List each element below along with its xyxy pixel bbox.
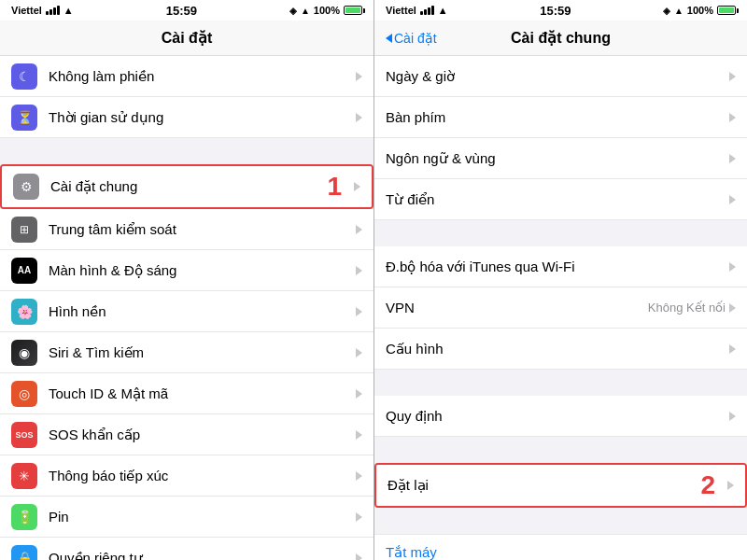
nav-bar-right: Cài đặt Cài đặt chung — [374, 21, 747, 56]
list-item-ban-phim[interactable]: Bàn phím — [374, 97, 747, 138]
list-item[interactable]: ✳ Thông báo tiếp xúc — [0, 455, 374, 497]
page-title-right: Cài đặt chung — [511, 29, 611, 47]
settings-group-2: Đ.bộ hóa với iTunes qua Wi-Fi VPN Không … — [374, 246, 747, 370]
item-label: Đ.bộ hóa với iTunes qua Wi-Fi — [386, 259, 729, 275]
list-item-cau-hinh[interactable]: Cấu hình — [374, 329, 747, 370]
chevron-right-icon — [729, 72, 736, 81]
hourglass-icon: ⏳ — [11, 105, 37, 131]
list-item-touch-id[interactable]: ◎ Touch ID & Mật mã — [0, 373, 374, 414]
list-item-tu-dien[interactable]: Từ điển — [374, 179, 747, 220]
list-item[interactable]: ◉ Siri & Tìm kiếm — [0, 332, 374, 373]
group-separator-2 — [374, 220, 747, 246]
battery-icon — [344, 6, 362, 15]
battery-pct-2: 100% — [687, 5, 713, 16]
highlighted-wrapper-2: Đặt lại 2 — [374, 463, 747, 508]
list-item[interactable]: AA Màn hình & Độ sáng — [0, 250, 374, 291]
item-label: Ngày & giờ — [386, 68, 729, 85]
settings-list-right[interactable]: Ngày & giờ Bàn phím Ngôn ngữ & vùng Từ đ… — [374, 56, 747, 560]
settings-group-1: Ngày & giờ Bàn phím Ngôn ngữ & vùng Từ đ… — [374, 56, 747, 220]
status-bar-right: Viettel ▲ 15:59 ◈ ▲ 100% — [374, 0, 747, 21]
list-item[interactable]: 🌸 Hình nền — [0, 291, 374, 332]
settings-group-3: Quy định — [374, 396, 747, 437]
signal-icon-2 — [420, 6, 434, 15]
battery-icon-2 — [717, 6, 736, 15]
chevron-right-icon — [354, 182, 360, 191]
item-label: Ngôn ngữ & vùng — [386, 150, 729, 167]
time-display: 15:59 — [166, 4, 197, 18]
group-separator-5 — [374, 508, 747, 534]
status-left: Viettel ▲ — [11, 5, 74, 16]
chevron-right-icon — [356, 348, 362, 357]
list-item-quy-dinh[interactable]: Quy định — [374, 396, 747, 437]
group-separator — [0, 138, 374, 164]
chevron-right-icon — [356, 512, 362, 522]
badge-number-1: 1 — [327, 172, 342, 202]
chevron-right-icon — [356, 430, 362, 440]
page-title-left: Cài đặt — [162, 29, 212, 47]
chevron-right-icon — [356, 72, 362, 81]
touchid-icon: ◎ — [11, 381, 37, 407]
item-label: Hình nền — [49, 303, 356, 320]
battery-pct: 100% — [314, 5, 340, 16]
chevron-right-icon — [729, 113, 736, 122]
item-label: Thông báo tiếp xúc — [49, 468, 356, 484]
gear-icon: ⚙ — [13, 174, 39, 200]
chevron-right-icon — [729, 262, 736, 272]
status-bar-left: Viettel ▲ 15:59 ◈ ▲ 100% — [0, 0, 374, 21]
list-item-ngon-ngu[interactable]: Ngôn ngữ & vùng — [374, 138, 747, 179]
chevron-right-icon — [729, 344, 736, 354]
chevron-right-icon — [729, 303, 736, 313]
item-label: Bàn phím — [386, 109, 729, 125]
item-label: Cấu hình — [386, 341, 729, 357]
item-value-vpn: Không Kết nối — [648, 301, 726, 315]
list-item-vpn[interactable]: VPN Không Kết nối — [374, 287, 747, 329]
signal-icon — [46, 6, 60, 15]
item-label: Siri & Tìm kiếm — [49, 344, 356, 361]
group-separator-4 — [374, 437, 747, 463]
chevron-right-icon — [729, 412, 736, 421]
battery-fill-2 — [719, 7, 734, 13]
item-label: SOS khẩn cấp — [49, 427, 356, 443]
item-label: Quy định — [386, 408, 729, 425]
list-item[interactable]: SOS SOS khẩn cấp — [0, 414, 374, 455]
battery-fill — [345, 7, 360, 13]
chevron-right-icon — [356, 307, 362, 316]
back-button[interactable]: Cài đặt — [386, 31, 437, 46]
status-left-2: Viettel ▲ — [386, 5, 448, 16]
list-item[interactable]: 🔒 Quyền riêng tư — [0, 538, 374, 560]
list-item[interactable]: ☾ Không làm phiền — [0, 56, 374, 97]
list-item-dat-lai[interactable]: Đặt lại — [376, 465, 745, 506]
wifi-icon: ▲ — [63, 5, 74, 16]
sos-icon: SOS — [11, 422, 37, 448]
list-item[interactable]: ⏳ Thời gian sử dụng — [0, 97, 374, 138]
chevron-right-icon — [356, 471, 362, 481]
item-label: Không làm phiền — [49, 68, 356, 85]
siri-icon: ◉ — [11, 340, 37, 366]
list-item-ngay-gio[interactable]: Ngày & giờ — [374, 56, 747, 97]
display-icon: AA — [11, 258, 37, 284]
list-item-cai-dat-chung[interactable]: ⚙ Cài đặt chung — [2, 166, 372, 207]
back-label: Cài đặt — [394, 31, 437, 46]
chevron-right-icon — [356, 389, 362, 399]
settings-list-left[interactable]: ☾ Không làm phiền ⏳ Thời gian sử dụng ⚙ … — [0, 56, 374, 560]
location-icon-2: ◈ — [663, 6, 670, 16]
privacy-icon: 🔒 — [11, 545, 37, 561]
status-right: ◈ ▲ 100% — [289, 5, 362, 16]
item-label: Pin — [49, 509, 356, 525]
list-item[interactable]: 🔋 Pin — [0, 497, 374, 538]
item-label: Quyền riêng tư — [49, 550, 356, 561]
chevron-right-icon — [356, 113, 362, 122]
chevron-right-icon — [356, 225, 362, 234]
item-label: Màn hình & Độ sáng — [49, 262, 356, 279]
list-item[interactable]: ⊞ Trung tâm kiểm soát — [0, 209, 374, 250]
list-item-dong-bo[interactable]: Đ.bộ hóa với iTunes qua Wi-Fi — [374, 246, 747, 287]
badge-number-2: 2 — [700, 470, 715, 500]
signal-icon-3: ▲ — [674, 6, 684, 16]
wifi-icon-2: ▲ — [438, 5, 448, 16]
chevron-left-icon — [386, 34, 392, 43]
moon-icon: ☾ — [11, 63, 37, 90]
item-label: Thời gian sử dụng — [49, 109, 356, 126]
power-off-link[interactable]: Tắt máy — [374, 534, 747, 560]
location-icon: ◈ — [289, 6, 297, 16]
chevron-right-icon — [727, 481, 734, 490]
